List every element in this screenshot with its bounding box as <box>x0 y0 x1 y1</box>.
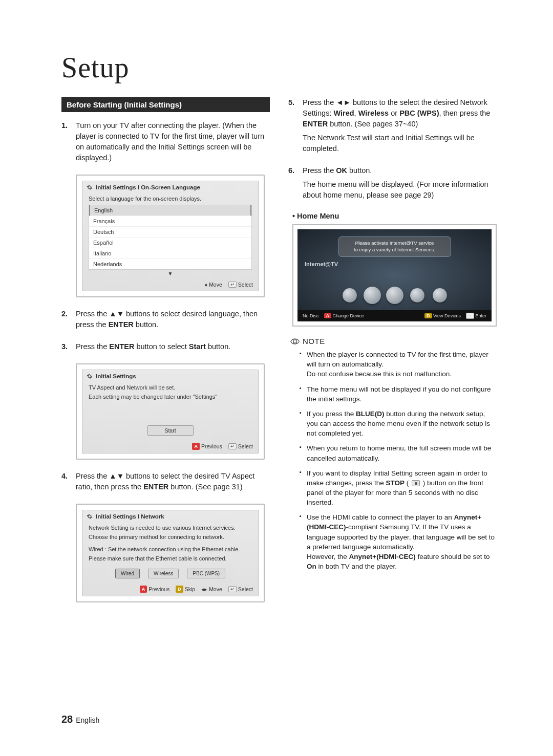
hint-move: ◂▸ Move <box>201 586 222 592</box>
gear-icon <box>87 373 93 379</box>
step-3: 3. Press the ENTER button to select Star… <box>61 341 270 355</box>
stop-icon <box>412 480 420 486</box>
network-pbc-button[interactable]: PBC (WPS) <box>187 569 225 578</box>
step-text: Press the ENTER button to select Start b… <box>76 341 270 352</box>
home-menu-label: Internet@TV <box>305 261 338 267</box>
page-footer: 28English <box>61 714 99 725</box>
step-4: 4. Press the ▲▼ buttons to select the de… <box>61 471 270 495</box>
lang-item-italiano[interactable]: Italiano <box>89 248 251 259</box>
step-number: 1. <box>61 120 76 166</box>
hint-select: ↵ Select <box>228 443 253 449</box>
panel-title-text: Initial Settings <box>96 373 136 379</box>
note-item: When you return to home menu, the full s… <box>300 443 497 463</box>
page-lang: English <box>76 716 99 724</box>
step-text: Turn on your TV after connecting the pla… <box>76 120 270 163</box>
hint-move: ♦ Move <box>205 282 222 288</box>
network-wired-button[interactable]: Wired <box>115 569 140 578</box>
panel-title-text: Initial Settings I On-Screen Language <box>96 184 200 190</box>
lang-item-nederlands[interactable]: Nederlands <box>89 259 251 269</box>
note-item: When the player is connected to TV for t… <box>300 350 497 379</box>
step-1: 1. Turn on your TV after connecting the … <box>61 120 270 166</box>
scroll-down-icon[interactable]: ▼ <box>89 270 252 277</box>
home-menu-heading: • Home Menu <box>292 212 497 220</box>
step-text: Press the ◄► buttons to the select the d… <box>303 97 497 129</box>
note-item: If you want to display Initial Setting s… <box>300 468 497 508</box>
panel-line: TV Aspect and Network will be set. <box>89 384 252 391</box>
hub-icon[interactable] <box>343 288 357 303</box>
gear-icon <box>87 513 93 520</box>
hint-view-devices: D View Devices <box>424 312 461 319</box>
panel-line: Wired : Set the network connection using… <box>89 546 252 552</box>
step-number: 3. <box>61 341 76 355</box>
step-number: 6. <box>288 165 303 204</box>
step-2: 2. Press the ▲▼ buttons to select desire… <box>61 309 270 333</box>
panel-line: Choose the primary method for connecting… <box>89 534 252 540</box>
status-no-disc: No Disc <box>303 313 319 318</box>
step-5: 5. Press the ◄► buttons to the select th… <box>288 97 497 157</box>
note-icon <box>290 338 300 345</box>
step-text: Press the OK button. <box>303 165 497 176</box>
step-text: Press the ▲▼ buttons to select desired l… <box>76 309 270 330</box>
section-heading: Before Starting (Initial Settings) <box>61 97 270 112</box>
gear-icon <box>87 184 93 190</box>
step-text: The home menu will be displayed. (For mo… <box>303 179 497 201</box>
step-6: 6. Press the OK button. The home menu wi… <box>288 165 497 204</box>
note-item: Use the HDMI cable to connect the player… <box>300 512 497 571</box>
network-wireless-button[interactable]: Wireless <box>148 569 179 578</box>
page-title: Setup <box>61 51 497 84</box>
panel-network: Initial Settings I Network Network Setti… <box>76 504 265 602</box>
note-heading: NOTE <box>290 337 497 345</box>
panel-line: Each setting may be changed later under … <box>89 394 252 400</box>
panel-title-text: Initial Settings I Network <box>96 513 164 520</box>
panel-line: Network Setting is needed to use various… <box>89 525 252 531</box>
hint-previous: A Previous <box>192 443 222 450</box>
left-column: Before Starting (Initial Settings) 1. Tu… <box>61 97 270 614</box>
hint-previous: A Previous <box>140 586 169 593</box>
home-menu-bubble: Please activate Internet@TV service to e… <box>338 236 451 257</box>
panel-line: Please make sure that the Ethernet cable… <box>89 555 252 561</box>
right-column: 5. Press the ◄► buttons to the select th… <box>288 97 497 614</box>
step-text: Press the ▲▼ buttons to select the desir… <box>76 471 270 492</box>
start-button[interactable]: Start <box>147 425 194 436</box>
lang-item-english[interactable]: English <box>89 205 251 216</box>
hub-icon[interactable] <box>433 288 447 303</box>
step-number: 4. <box>61 471 76 495</box>
language-list[interactable]: English Français Deutsch Español Italian… <box>89 205 252 270</box>
hub-icon[interactable] <box>364 287 381 304</box>
lang-item-deutsch[interactable]: Deutsch <box>89 227 251 237</box>
step-number: 5. <box>288 97 303 157</box>
hint-enter: ↵ Enter <box>466 313 486 319</box>
panel-instruction: Select a language for the on-screen disp… <box>89 196 252 202</box>
hub-icon[interactable] <box>386 287 403 304</box>
home-menu-icons <box>297 287 492 304</box>
note-item: The home menu will not be displayed if y… <box>300 384 497 404</box>
step-number: 2. <box>61 309 76 333</box>
panel-initial: Initial Settings TV Aspect and Network w… <box>76 363 265 460</box>
hub-icon[interactable] <box>410 288 424 303</box>
home-menu-screenshot: Please activate Internet@TV service to e… <box>292 224 497 327</box>
svg-rect-0 <box>293 340 296 343</box>
hint-select: ↵ Select <box>228 282 253 288</box>
panel-language: Initial Settings I On-Screen Language Se… <box>76 175 265 297</box>
hint-skip: D Skip <box>176 586 195 593</box>
page-number: 28 <box>61 714 73 725</box>
hint-select: ↵ Select <box>228 586 253 592</box>
step-text: The Network Test will start and Initial … <box>303 133 497 154</box>
note-item: If you press the BLUE(D) button during t… <box>300 409 497 438</box>
lang-item-espanol[interactable]: Español <box>89 237 251 248</box>
lang-item-francais[interactable]: Français <box>89 216 251 227</box>
hint-change-device: A Change Device <box>324 312 365 319</box>
